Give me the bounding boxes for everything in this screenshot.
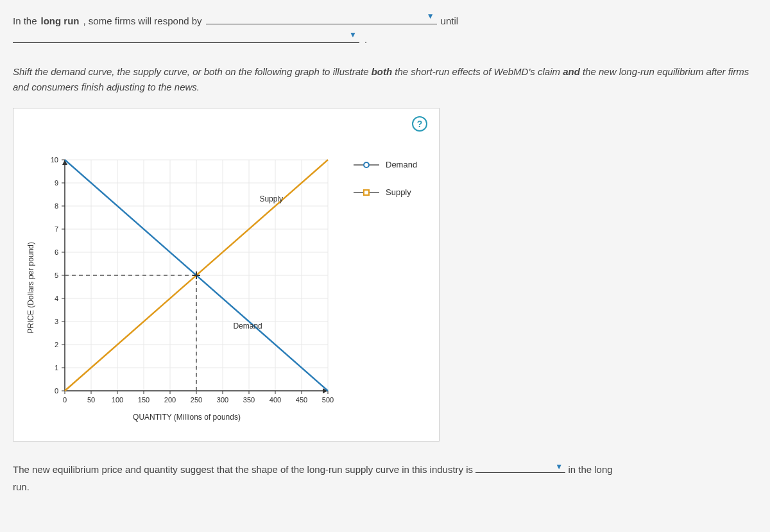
chart-plot[interactable]: 0501001502002503003504004505000123456789… <box>39 153 334 410</box>
y-axis-label: PRICE (Dollars per pound) <box>26 242 35 334</box>
legend-demand[interactable]: Demand <box>354 160 417 169</box>
svg-text:250: 250 <box>191 396 202 404</box>
svg-text:5: 5 <box>55 271 58 279</box>
circle-icon <box>363 162 370 168</box>
question-line-2: ▼ . <box>13 31 757 45</box>
svg-text:0: 0 <box>63 396 67 404</box>
svg-text:450: 450 <box>296 396 307 404</box>
svg-text:Demand: Demand <box>233 322 262 330</box>
question-line-1: In the long run, some firms will respond… <box>13 13 757 26</box>
dropdown-firms-respond[interactable]: ▼ <box>206 13 437 24</box>
svg-text:10: 10 <box>51 156 58 164</box>
svg-text:8: 8 <box>55 202 58 210</box>
q1-bold: long run <box>41 15 80 26</box>
svg-text:100: 100 <box>112 396 123 404</box>
graph-instruction: Shift the demand curve, the supply curve… <box>13 64 757 95</box>
svg-text:3: 3 <box>55 318 58 325</box>
svg-text:6: 6 <box>55 248 58 256</box>
svg-text:7: 7 <box>55 225 58 233</box>
conclusion-text: The new equilibrium price and quantity s… <box>13 461 757 495</box>
legend-supply-label: Supply <box>386 187 411 197</box>
square-icon <box>363 189 370 196</box>
legend: Demand Supply <box>354 160 417 215</box>
chevron-down-icon: ▼ <box>427 12 434 21</box>
svg-text:150: 150 <box>138 396 150 404</box>
help-button[interactable]: ? <box>412 116 427 132</box>
q1-mid: , some firms will respond by <box>83 15 202 26</box>
svg-text:50: 50 <box>87 396 95 404</box>
svg-text:350: 350 <box>243 396 255 404</box>
graph-panel: ? PRICE (Dollars per pound) 050100150200… <box>13 108 440 442</box>
dropdown-supply-shape[interactable]: ▼ <box>475 461 565 473</box>
q1-until: until <box>441 15 459 26</box>
dropdown-until-condition[interactable]: ▼ <box>13 31 359 43</box>
svg-text:9: 9 <box>55 179 58 187</box>
svg-text:500: 500 <box>322 396 334 404</box>
svg-text:2: 2 <box>55 341 58 348</box>
q1-prefix: In the <box>13 15 37 26</box>
q1-period: . <box>364 34 367 45</box>
chevron-down-icon: ▼ <box>349 30 357 39</box>
x-axis-label: QUANTITY (Millions of pounds) <box>39 413 334 422</box>
svg-text:4: 4 <box>55 295 58 302</box>
svg-text:300: 300 <box>217 396 228 404</box>
svg-text:400: 400 <box>270 396 281 404</box>
svg-text:200: 200 <box>164 396 176 404</box>
svg-text:0: 0 <box>55 387 58 395</box>
svg-text:Supply: Supply <box>259 194 283 203</box>
legend-supply[interactable]: Supply <box>354 187 417 197</box>
legend-demand-label: Demand <box>386 160 417 169</box>
chevron-down-icon: ▼ <box>555 460 563 474</box>
svg-text:1: 1 <box>55 364 58 372</box>
